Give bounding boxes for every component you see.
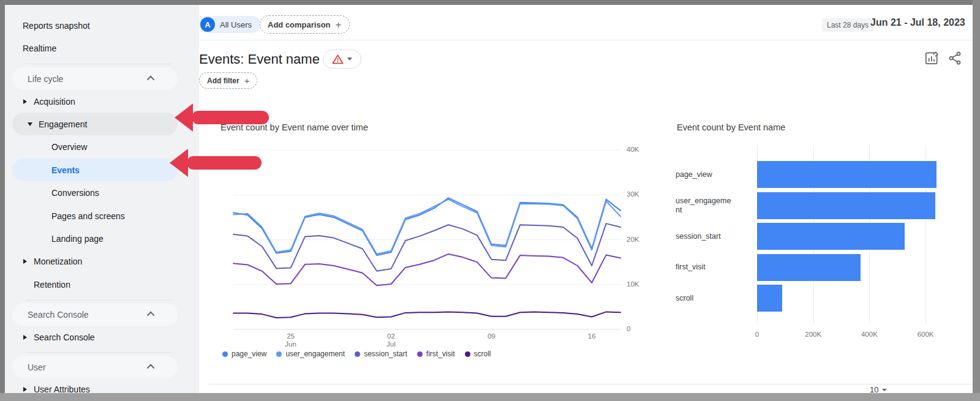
sidebar-item-label: Engagement xyxy=(12,119,87,129)
legend-item-user_engagement: user_engagement xyxy=(276,350,345,358)
add-comparison-label: Add comparison xyxy=(268,20,331,29)
section-label: Life cycle xyxy=(12,74,63,84)
bar-user_engagement xyxy=(757,192,935,219)
caret-down-icon xyxy=(347,58,352,61)
line-chart-title: Event count by Event name over time xyxy=(221,122,368,132)
date-preset-badge: Last 28 days xyxy=(822,18,873,32)
chevron-up-icon xyxy=(147,76,155,84)
warning-triangle-icon xyxy=(332,54,344,64)
window-frame-right xyxy=(973,0,980,401)
bar-x-tick-label: 600K xyxy=(913,331,938,338)
sidebar-divider xyxy=(26,64,172,64)
legend-dot xyxy=(465,351,470,357)
bar-category-label: scroll xyxy=(676,285,735,312)
window-frame-top xyxy=(0,0,980,5)
y-tick-label: 40K xyxy=(627,146,639,153)
sidebar-item-realtime[interactable]: Realtime xyxy=(5,37,199,59)
sidebar-section-lifecycle[interactable]: Life cycle xyxy=(12,67,178,90)
x-tick-label: 25Jun xyxy=(276,332,306,348)
legend-dot xyxy=(222,351,228,357)
bar-session_start xyxy=(757,223,905,250)
bar-category-label: first_visit xyxy=(676,254,735,281)
bar-category-label: user_engagement xyxy=(676,192,735,219)
add-comparison-button[interactable]: Add comparison + xyxy=(260,15,350,34)
sidebar-item-landing-page[interactable]: Landing page xyxy=(5,228,199,250)
legend-item-scroll: scroll xyxy=(465,350,491,358)
sidebar-divider xyxy=(26,300,172,301)
bar-x-tick-label: 200K xyxy=(801,331,826,338)
x-tick-label: 02Jul xyxy=(375,332,406,348)
window-frame-bottom xyxy=(0,393,980,401)
sidebar-section-search-console[interactable]: Search Console xyxy=(12,303,178,326)
legend-dot xyxy=(355,351,360,357)
expand-down-icon xyxy=(28,122,32,126)
legend-item-page_view: page_view xyxy=(222,350,266,358)
y-tick-label: 20K xyxy=(627,236,639,243)
bar-x-tick-label: 400K xyxy=(857,331,881,338)
customize-report-icon[interactable] xyxy=(924,50,940,66)
section-label: Search Console xyxy=(12,310,89,320)
sidebar-item-label: Overview xyxy=(5,142,87,152)
sidebar-item-search-console[interactable]: Search Console xyxy=(5,326,199,348)
sidebar-item-label: Landing page xyxy=(5,234,104,244)
bar-chart-title: Event count by Event name xyxy=(677,122,785,132)
legend-item-session_start: session_start xyxy=(355,350,407,358)
data-quality-dropdown[interactable] xyxy=(323,50,361,69)
bar-category-label: session_start xyxy=(676,223,735,250)
expand-right-icon xyxy=(23,99,27,104)
sidebar-item-retention[interactable]: Retention xyxy=(5,274,199,296)
sidebar-item-label: Acquisition xyxy=(5,97,75,107)
plus-icon: + xyxy=(336,20,342,30)
y-tick-label: 30K xyxy=(627,190,639,198)
window-frame-left xyxy=(0,0,5,401)
expand-right-icon xyxy=(23,387,27,392)
plus-icon: + xyxy=(244,76,250,85)
audience-chip-label: All Users xyxy=(220,20,252,29)
sidebar-item-label: Retention xyxy=(5,280,70,290)
sidebar-divider xyxy=(26,352,172,353)
table-top-divider xyxy=(208,384,973,384)
page-title: Events: Event name xyxy=(199,51,320,67)
y-tick-label: 0 xyxy=(627,325,630,332)
expand-right-icon xyxy=(23,335,27,340)
bar-x-tick-label: 0 xyxy=(745,331,769,338)
sidebar-item-label: Events xyxy=(12,165,80,175)
date-range-picker[interactable]: Jun 21 - Jul 18, 2023 xyxy=(870,17,965,28)
sidebar-item-label: Reports snapshot xyxy=(5,21,90,31)
sidebar-item-conversions[interactable]: Conversions xyxy=(5,182,199,204)
caret-down-icon xyxy=(882,389,887,391)
add-filter-label: Add filter xyxy=(207,77,239,85)
sidebar-item-label: Monetization xyxy=(5,257,82,266)
sidebar-item-engagement[interactable]: Engagement xyxy=(12,113,178,135)
bar-scroll xyxy=(757,285,782,312)
sidebar-item-label: Conversions xyxy=(5,188,99,198)
x-tick-label: 16 xyxy=(576,332,607,340)
add-filter-button[interactable]: Add filter + xyxy=(199,72,257,89)
legend-item-first_visit: first_visit xyxy=(417,350,455,358)
chevron-up-icon xyxy=(147,312,155,320)
expand-right-icon xyxy=(23,259,27,264)
x-tick-label: 09 xyxy=(476,332,507,340)
section-label: User xyxy=(12,362,46,372)
sidebar-item-reports-snapshot[interactable]: Reports snapshot xyxy=(5,15,199,37)
sidebar-item-label: Realtime xyxy=(5,43,56,53)
sidebar-item-label: Search Console xyxy=(5,332,95,342)
sidebar-item-pages-and-screens[interactable]: Pages and screens xyxy=(5,205,199,227)
header-divider xyxy=(198,40,980,40)
sidebar-item-events[interactable]: Events xyxy=(12,159,178,181)
sidebar-section-user[interactable]: User xyxy=(12,356,178,378)
sidebar-item-monetization[interactable]: Monetization xyxy=(5,250,199,272)
share-icon[interactable] xyxy=(947,50,963,66)
sidebar-item-overview[interactable]: Overview xyxy=(5,136,199,158)
line-chart-canvas xyxy=(233,145,620,332)
chevron-up-icon xyxy=(147,364,155,372)
sidebar-item-label: Pages and screens xyxy=(5,211,125,221)
sidebar-item-acquisition[interactable]: Acquisition xyxy=(5,91,199,113)
report-nav-sidebar: Reports snapshot Realtime Life cycle Acq… xyxy=(5,5,199,393)
bar-category-label: page_view xyxy=(676,161,735,188)
bar-first_visit xyxy=(757,254,861,281)
legend-dot xyxy=(276,351,282,357)
line-chart-legend: page_viewuser_engagementsession_startfir… xyxy=(222,350,491,358)
y-tick-label: 10K xyxy=(627,280,639,288)
audience-chip-all-users[interactable]: A All Users xyxy=(199,16,260,33)
